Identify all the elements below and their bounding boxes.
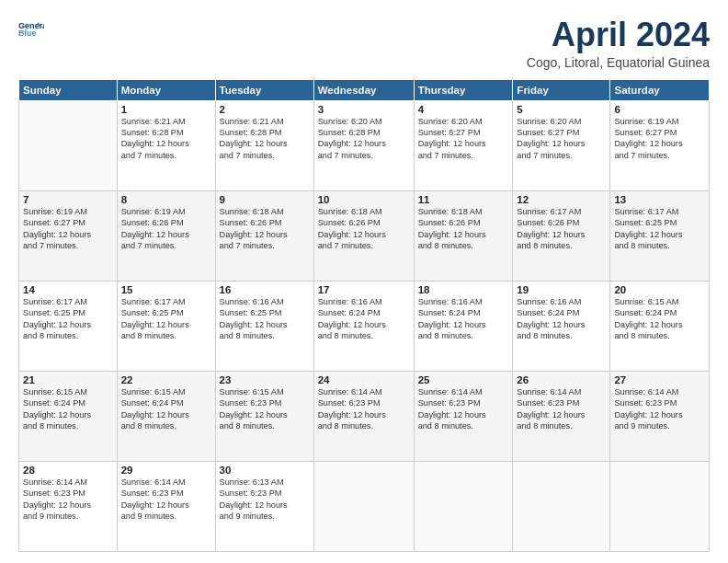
table-row	[513, 461, 610, 551]
calendar-header-row: Sunday Monday Tuesday Wednesday Thursday…	[19, 79, 710, 100]
table-row: 5Sunrise: 6:20 AM Sunset: 6:27 PM Daylig…	[513, 100, 610, 190]
table-row: 1Sunrise: 6:21 AM Sunset: 6:28 PM Daylig…	[117, 100, 215, 190]
day-number: 18	[418, 284, 509, 295]
day-info: Sunrise: 6:19 AM Sunset: 6:26 PM Dayligh…	[121, 206, 211, 252]
day-number: 7	[23, 194, 113, 205]
subtitle: Cogo, Litoral, Equatorial Guinea	[527, 55, 710, 70]
day-info: Sunrise: 6:20 AM Sunset: 6:27 PM Dayligh…	[418, 116, 509, 162]
table-row: 29Sunrise: 6:14 AM Sunset: 6:23 PM Dayli…	[117, 461, 215, 551]
day-number: 25	[418, 374, 509, 385]
calendar-week-row: 21Sunrise: 6:15 AM Sunset: 6:24 PM Dayli…	[19, 371, 710, 461]
table-row: 16Sunrise: 6:16 AM Sunset: 6:25 PM Dayli…	[215, 281, 313, 371]
day-number: 9	[220, 194, 310, 205]
day-number: 12	[517, 194, 606, 205]
page: General Blue April 2024 Cogo, Litoral, E…	[0, 0, 728, 563]
day-info: Sunrise: 6:14 AM Sunset: 6:23 PM Dayligh…	[614, 386, 705, 432]
table-row: 10Sunrise: 6:18 AM Sunset: 6:26 PM Dayli…	[313, 190, 414, 281]
day-number: 10	[318, 194, 410, 205]
table-row: 21Sunrise: 6:15 AM Sunset: 6:24 PM Dayli…	[19, 371, 118, 461]
day-number: 20	[614, 284, 705, 295]
logo: General Blue	[18, 17, 44, 42]
title-block: April 2024 Cogo, Litoral, Equatorial Gui…	[527, 17, 710, 70]
table-row: 19Sunrise: 6:16 AM Sunset: 6:24 PM Dayli…	[513, 281, 610, 371]
day-info: Sunrise: 6:14 AM Sunset: 6:23 PM Dayligh…	[23, 477, 113, 523]
day-info: Sunrise: 6:16 AM Sunset: 6:24 PM Dayligh…	[318, 296, 410, 342]
col-wednesday: Wednesday	[313, 79, 414, 100]
day-info: Sunrise: 6:16 AM Sunset: 6:25 PM Dayligh…	[220, 296, 310, 342]
day-info: Sunrise: 6:14 AM Sunset: 6:23 PM Dayligh…	[418, 386, 509, 432]
day-number: 11	[418, 194, 509, 205]
day-info: Sunrise: 6:20 AM Sunset: 6:28 PM Dayligh…	[318, 116, 410, 162]
day-number: 14	[23, 284, 113, 295]
calendar-week-row: 14Sunrise: 6:17 AM Sunset: 6:25 PM Dayli…	[19, 281, 710, 371]
col-sunday: Sunday	[19, 79, 118, 100]
table-row: 7Sunrise: 6:19 AM Sunset: 6:27 PM Daylig…	[19, 190, 118, 281]
calendar-table: Sunday Monday Tuesday Wednesday Thursday…	[18, 79, 710, 552]
table-row: 8Sunrise: 6:19 AM Sunset: 6:26 PM Daylig…	[117, 190, 215, 281]
day-number: 22	[121, 374, 211, 385]
day-number: 3	[318, 104, 410, 115]
table-row: 30Sunrise: 6:13 AM Sunset: 6:23 PM Dayli…	[215, 461, 313, 551]
day-number: 28	[23, 465, 113, 476]
table-row: 13Sunrise: 6:17 AM Sunset: 6:25 PM Dayli…	[610, 190, 710, 281]
table-row: 17Sunrise: 6:16 AM Sunset: 6:24 PM Dayli…	[313, 281, 414, 371]
day-info: Sunrise: 6:17 AM Sunset: 6:25 PM Dayligh…	[121, 296, 211, 342]
logo-icon: General Blue	[18, 17, 44, 42]
col-tuesday: Tuesday	[215, 79, 313, 100]
col-thursday: Thursday	[414, 79, 513, 100]
day-info: Sunrise: 6:15 AM Sunset: 6:24 PM Dayligh…	[23, 386, 113, 432]
day-number: 26	[517, 374, 606, 385]
table-row: 23Sunrise: 6:15 AM Sunset: 6:23 PM Dayli…	[215, 371, 313, 461]
day-number: 16	[220, 284, 310, 295]
day-info: Sunrise: 6:19 AM Sunset: 6:27 PM Dayligh…	[23, 206, 113, 252]
table-row: 18Sunrise: 6:16 AM Sunset: 6:24 PM Dayli…	[414, 281, 513, 371]
table-row: 22Sunrise: 6:15 AM Sunset: 6:24 PM Dayli…	[117, 371, 215, 461]
day-number: 24	[318, 374, 410, 385]
table-row: 14Sunrise: 6:17 AM Sunset: 6:25 PM Dayli…	[19, 281, 118, 371]
day-number: 17	[318, 284, 410, 295]
day-number: 23	[220, 374, 310, 385]
day-number: 27	[614, 374, 705, 385]
table-row: 25Sunrise: 6:14 AM Sunset: 6:23 PM Dayli…	[414, 371, 513, 461]
table-row: 28Sunrise: 6:14 AM Sunset: 6:23 PM Dayli…	[19, 461, 118, 551]
main-title: April 2024	[527, 17, 710, 53]
day-number: 2	[220, 104, 310, 115]
calendar-week-row: 7Sunrise: 6:19 AM Sunset: 6:27 PM Daylig…	[19, 190, 710, 281]
svg-text:Blue: Blue	[18, 29, 37, 38]
table-row	[414, 461, 513, 551]
day-info: Sunrise: 6:15 AM Sunset: 6:23 PM Dayligh…	[220, 386, 310, 432]
day-info: Sunrise: 6:21 AM Sunset: 6:28 PM Dayligh…	[121, 116, 211, 162]
day-number: 5	[517, 104, 606, 115]
day-info: Sunrise: 6:17 AM Sunset: 6:26 PM Dayligh…	[517, 206, 606, 252]
table-row: 12Sunrise: 6:17 AM Sunset: 6:26 PM Dayli…	[513, 190, 610, 281]
day-info: Sunrise: 6:18 AM Sunset: 6:26 PM Dayligh…	[318, 206, 410, 252]
day-info: Sunrise: 6:14 AM Sunset: 6:23 PM Dayligh…	[121, 477, 211, 523]
table-row: 26Sunrise: 6:14 AM Sunset: 6:23 PM Dayli…	[513, 371, 610, 461]
table-row: 15Sunrise: 6:17 AM Sunset: 6:25 PM Dayli…	[117, 281, 215, 371]
table-row	[19, 100, 118, 190]
table-row: 6Sunrise: 6:19 AM Sunset: 6:27 PM Daylig…	[610, 100, 710, 190]
day-info: Sunrise: 6:13 AM Sunset: 6:23 PM Dayligh…	[220, 477, 310, 523]
col-saturday: Saturday	[610, 79, 710, 100]
day-number: 6	[614, 104, 705, 115]
day-info: Sunrise: 6:14 AM Sunset: 6:23 PM Dayligh…	[517, 386, 606, 432]
calendar-week-row: 28Sunrise: 6:14 AM Sunset: 6:23 PM Dayli…	[19, 461, 710, 551]
col-monday: Monday	[117, 79, 215, 100]
day-number: 15	[121, 284, 211, 295]
day-number: 4	[418, 104, 509, 115]
table-row: 9Sunrise: 6:18 AM Sunset: 6:26 PM Daylig…	[215, 190, 313, 281]
day-number: 19	[517, 284, 606, 295]
day-info: Sunrise: 6:18 AM Sunset: 6:26 PM Dayligh…	[418, 206, 509, 252]
calendar-week-row: 1Sunrise: 6:21 AM Sunset: 6:28 PM Daylig…	[19, 100, 710, 190]
col-friday: Friday	[513, 79, 610, 100]
header: General Blue April 2024 Cogo, Litoral, E…	[18, 17, 710, 70]
day-info: Sunrise: 6:19 AM Sunset: 6:27 PM Dayligh…	[614, 116, 705, 162]
day-number: 30	[220, 465, 310, 476]
day-number: 13	[614, 194, 705, 205]
day-number: 8	[121, 194, 211, 205]
day-number: 29	[121, 465, 211, 476]
table-row	[610, 461, 710, 551]
table-row: 24Sunrise: 6:14 AM Sunset: 6:23 PM Dayli…	[313, 371, 414, 461]
day-info: Sunrise: 6:16 AM Sunset: 6:24 PM Dayligh…	[517, 296, 606, 342]
table-row	[313, 461, 414, 551]
